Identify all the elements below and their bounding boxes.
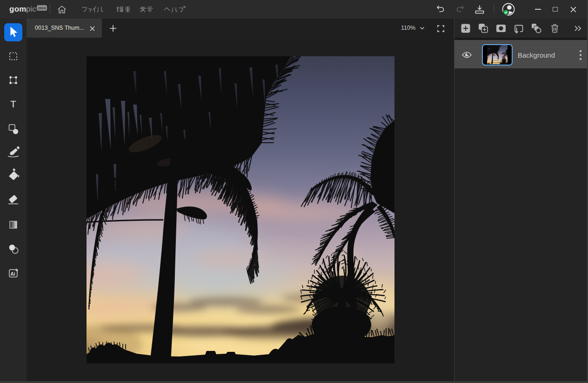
svg-text:Ai: Ai	[11, 271, 15, 277]
svg-text:T: T	[10, 99, 16, 109]
